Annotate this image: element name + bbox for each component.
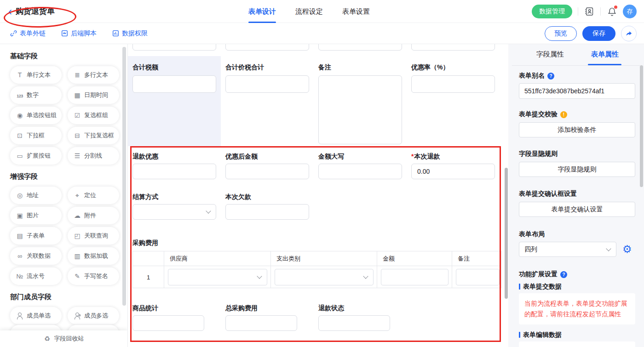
sidebar-item-attachment[interactable]: 附件: [68, 207, 119, 224]
textarea-remark[interactable]: [318, 75, 402, 144]
add-validation-button[interactable]: 添加校验条件: [519, 122, 635, 137]
button-icon: [16, 153, 23, 159]
sidebar-item-number[interactable]: 数字: [10, 86, 62, 104]
submit-warning-card: 当前为流程表单，表单提交功能扩展 的配置，请前往流程发起节点属性: [519, 293, 635, 324]
form-alias-input[interactable]: 551ffc73de3087beb2574af1: [519, 83, 635, 99]
app-header: ‹ 购货退货单 表单设计 流程设定 表单设置 数据管理 存: [0, 0, 644, 23]
tab-form-design[interactable]: 表单设计: [248, 0, 276, 23]
member-multi-icon: [74, 312, 81, 319]
form-toolbar: 表单外链 后端脚本 数据权限 预览 保存: [0, 23, 644, 44]
subform-icon: [16, 233, 23, 239]
subtable-label-purchase-cost: 采购费用: [132, 239, 158, 247]
sidebar-item-multi-dropdown[interactable]: 下拉复选框: [68, 127, 119, 144]
input-refund-discount[interactable]: [132, 164, 216, 179]
clipped-input[interactable]: [132, 44, 216, 51]
gear-icon[interactable]: ⚙: [622, 244, 632, 255]
sidebar-item-location[interactable]: 定位: [68, 187, 119, 204]
sidebar-item-extend-button[interactable]: 扩展按钮: [10, 147, 62, 165]
sidebar-item-subform[interactable]: 子表单: [10, 227, 62, 245]
question-circle-icon[interactable]: ?: [547, 73, 554, 80]
sidebar-item-linked-data[interactable]: 关联数据: [10, 247, 62, 265]
back-button[interactable]: ‹: [8, 7, 12, 16]
input-discount-rate[interactable]: [411, 75, 495, 93]
select-expense-type[interactable]: [275, 269, 374, 285]
sidebar-item-lookup[interactable]: 关联查询: [68, 227, 119, 245]
sidebar-item-member-single[interactable]: 成员单选: [10, 307, 62, 324]
sidebar-item-single-line-text[interactable]: 单行文本: [10, 66, 62, 84]
submit-confirm-button[interactable]: 表单提交确认设置: [519, 202, 635, 217]
question-circle-icon[interactable]: ?: [560, 271, 567, 278]
sidebar-item-divider[interactable]: 分割线: [68, 147, 119, 165]
input-current-debt[interactable]: [225, 204, 309, 220]
save-button[interactable]: 保存: [582, 26, 615, 41]
field-recycle-bin[interactable]: 字段回收站: [0, 330, 127, 347]
warning-circle-icon[interactable]: !: [560, 111, 567, 118]
sidebar-item-serial-number[interactable]: 流水号: [10, 267, 62, 285]
form-layout-select[interactable]: 四列: [519, 242, 616, 257]
signature-icon: [74, 273, 81, 279]
sidebar-item-datetime[interactable]: 日期时间: [68, 86, 119, 104]
bell-icon[interactable]: [606, 6, 617, 17]
clipped-input[interactable]: [318, 44, 402, 51]
field-label-remark: 备注: [318, 63, 331, 72]
submit-data-subheader: 表单提交数据: [519, 283, 562, 291]
panel-scrollbar[interactable]: [640, 65, 643, 187]
field-library-sidebar: 基础字段 单行文本 多行文本 数字 日期时间 单选按钮组 复选框组 下拉框 下拉…: [0, 44, 128, 347]
select-settlement-method[interactable]: [132, 204, 216, 220]
tab-field-properties[interactable]: 字段属性: [536, 50, 564, 59]
dropdown-icon: [16, 132, 23, 139]
input-amount-after-discount[interactable]: [225, 164, 309, 179]
share-button[interactable]: [621, 26, 637, 41]
sidebar-item-radio-group[interactable]: 单选按钮组: [10, 107, 62, 124]
sidebar-item-data-load[interactable]: 数据加载: [68, 247, 119, 265]
subtable-cell-amount: [377, 266, 452, 288]
subtable-header-index: [133, 251, 164, 266]
tab-flow-setting[interactable]: 流程设定: [295, 0, 323, 23]
required-mark: *: [411, 153, 414, 160]
sidebar-item-checkbox-group[interactable]: 复选框组: [68, 107, 119, 124]
input-refund-status[interactable]: [318, 315, 390, 331]
subtable-header-remark: 备注: [452, 251, 501, 266]
tab-form-properties[interactable]: 表单属性: [591, 50, 619, 59]
input-current-refund[interactable]: 0.00: [411, 164, 495, 179]
calendar-icon: [74, 92, 81, 98]
data-permission-link[interactable]: 数据权限: [112, 29, 148, 38]
field-visibility-button[interactable]: 字段显隐规则: [519, 162, 635, 177]
form-canvas[interactable]: 合计税额 合计价税合计 备注 优惠率（%） 退款优惠 优惠后金额 金额大写 *本…: [128, 44, 508, 347]
backend-script-link[interactable]: 后端脚本: [61, 29, 97, 38]
form-external-link[interactable]: 表单外链: [10, 29, 46, 38]
sidebar-item-image[interactable]: 图片: [10, 207, 62, 224]
input-total-purchase-cost[interactable]: [225, 315, 297, 331]
edit-data-card: [519, 341, 635, 347]
input-remark[interactable]: [456, 269, 500, 285]
input-product-stats[interactable]: [132, 315, 204, 331]
sidebar-item-member-multi[interactable]: 成员多选: [68, 307, 119, 324]
field-label-amount-after-discount: 优惠后金额: [225, 153, 258, 161]
sidebar-item-multi-line-text[interactable]: 多行文本: [68, 66, 119, 84]
preview-button[interactable]: 预览: [545, 26, 577, 41]
sidebar-scrollbar[interactable]: [122, 47, 126, 306]
clipped-input[interactable]: [411, 44, 495, 51]
avatar[interactable]: 存: [623, 5, 637, 18]
data-manage-button[interactable]: 数据管理: [532, 5, 572, 18]
input-total-with-tax[interactable]: [225, 75, 309, 93]
clipped-input[interactable]: [225, 44, 309, 51]
tab-form-setting[interactable]: 表单设置: [342, 0, 370, 23]
field-label-amount-in-words: 金额大写: [318, 153, 344, 161]
field-label-settlement-method: 结算方式: [132, 193, 158, 201]
address-pin-icon: [16, 192, 23, 199]
sidebar-item-signature[interactable]: 手写签名: [68, 267, 119, 285]
input-total-tax[interactable]: [132, 75, 216, 93]
sidebar-item-dropdown[interactable]: 下拉框: [10, 127, 62, 144]
contact-book-icon[interactable]: [584, 6, 595, 17]
select-supplier[interactable]: [168, 269, 267, 285]
input-amount-in-words[interactable]: [318, 164, 402, 179]
properties-panel: 字段属性 表单属性 表单别名 ? 551ffc73de3087beb2574af…: [508, 44, 644, 347]
divider: [578, 7, 578, 16]
input-amount[interactable]: [381, 269, 448, 285]
notification-dot: [614, 6, 617, 9]
field-label-current-refund: *本次退款: [411, 153, 440, 161]
field-visibility-label: 字段显隐规则: [519, 150, 558, 158]
sidebar-item-address[interactable]: 地址: [10, 187, 62, 204]
canvas-scrollbar[interactable]: [505, 168, 508, 299]
